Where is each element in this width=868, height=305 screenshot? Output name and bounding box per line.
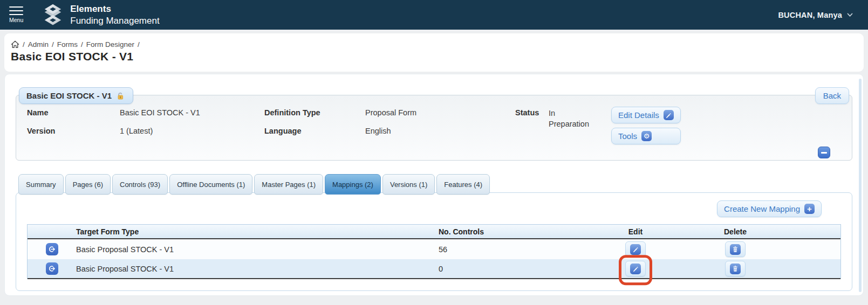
trash-icon [730,264,741,274]
col-edit: Edit [628,227,643,236]
panel-action-buttons: Edit Details Tools ⚙ [611,107,681,144]
pencil-icon [664,110,674,120]
scrollbar[interactable] [859,79,862,292]
panel-title: Basic EOI STOCK - V1 [26,91,112,100]
back-button[interactable]: Back [815,87,849,104]
language-label: Language [264,127,365,135]
delete-mapping-button[interactable] [725,241,746,257]
plus-icon: + [804,204,815,214]
gear-icon: ⚙ [641,131,652,141]
tabs-section: Summary Pages (6) Controls (93) Offline … [16,174,852,291]
no-controls-cell: 56 [439,245,590,254]
tab-summary[interactable]: Summary [18,174,64,195]
name-label: Name [27,108,120,117]
breadcrumb: / Admin / Forms / Form Designer / [11,40,857,48]
trash-icon [730,244,741,255]
export-arrow-icon[interactable] [46,262,58,275]
minus-icon [821,152,827,154]
name-value: Basic EOI STOCK - V1 [120,108,264,117]
mappings-table: Target Form Type No. Controls Edit Delet… [27,224,841,279]
status-label: Status [515,108,549,129]
breadcrumb-separator: / [81,40,83,48]
page-header: / Admin / Forms / Form Designer / Basic … [4,33,864,72]
form-detail-panel: Basic EOI STOCK - V1 Back Name Basic EOI… [16,95,852,161]
status-value: In Preparation [549,108,597,129]
hamburger-icon [9,6,23,15]
breadcrumb-form-designer[interactable]: Form Designer [86,40,134,48]
table-row: Basic Proposal STOCK - V1 56 [28,239,840,259]
brand-name: Elements [70,3,159,15]
brand-subtitle: Funding Management [70,15,159,26]
col-no-controls: No. Controls [439,227,590,236]
user-menu[interactable]: BUCHAN, Manya [778,11,853,19]
main-content-card: Basic EOI STOCK - V1 Back Name Basic EOI… [4,74,864,296]
breadcrumb-forms[interactable]: Forms [57,40,78,48]
back-button-label: Back [823,91,841,100]
breadcrumb-separator: / [23,40,25,48]
menu-button[interactable]: Menu [9,6,23,23]
tab-offline-documents[interactable]: Offline Documents (1) [169,174,252,195]
version-value: 1 (Latest) [120,127,264,135]
collapse-panel-button[interactable] [818,147,830,158]
language-value: English [365,127,515,135]
tools-button[interactable]: Tools ⚙ [611,128,681,144]
edit-mapping-button[interactable] [625,261,646,276]
open-padlock-icon [116,92,125,100]
breadcrumb-admin[interactable]: Admin [28,40,49,48]
pencil-icon [630,264,641,274]
target-form-type-cell: Basic Proposal STOCK - V1 [76,245,439,254]
detail-fields: Name Basic EOI STOCK - V1 Definition Typ… [27,108,515,135]
tab-controls[interactable]: Controls (93) [112,174,168,195]
mappings-tab-panel: Create New Mapping + Target Form Type No… [16,192,852,291]
home-icon[interactable] [11,40,19,48]
definition-type-value: Proposal Form [365,108,515,117]
status-field: Status In Preparation [515,108,597,129]
tab-master-pages[interactable]: Master Pages (1) [254,174,323,195]
menu-button-label: Menu [9,17,23,23]
top-navbar: Menu Elements Funding Management BUCHAN,… [0,0,868,30]
table-header-row: Target Form Type No. Controls Edit Delet… [28,224,840,239]
user-name: BUCHAN, Manya [778,11,842,19]
brand-title: Elements Funding Management [70,3,159,26]
col-delete: Delete [724,227,747,236]
breadcrumb-separator: / [52,40,54,48]
export-arrow-icon[interactable] [46,243,58,255]
chevron-down-icon [847,13,853,17]
page-title: Basic EOI STOCK - V1 [11,50,857,63]
pencil-icon [630,244,641,255]
edit-details-label: Edit Details [618,110,659,120]
table-row: Basic Proposal STOCK - V1 0 [28,259,840,279]
edit-mapping-button[interactable] [625,241,646,257]
create-new-mapping-button[interactable]: Create New Mapping + [717,200,822,217]
tab-mappings[interactable]: Mappings (2) [325,174,381,195]
create-new-mapping-label: Create New Mapping [724,204,800,213]
edit-details-button[interactable]: Edit Details [611,107,681,123]
col-target-form-type: Target Form Type [76,227,439,236]
version-label: Version [27,127,120,135]
target-form-type-cell: Basic Proposal STOCK - V1 [76,265,439,273]
delete-mapping-button[interactable] [725,261,746,276]
panel-title-tab: Basic EOI STOCK - V1 [19,87,133,104]
elements-logo-icon [42,3,64,27]
tools-label: Tools [618,131,637,141]
tab-versions[interactable]: Versions (1) [382,174,435,195]
definition-type-label: Definition Type [264,108,365,117]
tab-bar: Summary Pages (6) Controls (93) Offline … [16,174,852,195]
no-controls-cell: 0 [439,265,590,273]
breadcrumb-separator: / [138,40,140,48]
tab-features[interactable]: Features (4) [436,174,490,195]
tab-pages[interactable]: Pages (6) [65,174,111,195]
